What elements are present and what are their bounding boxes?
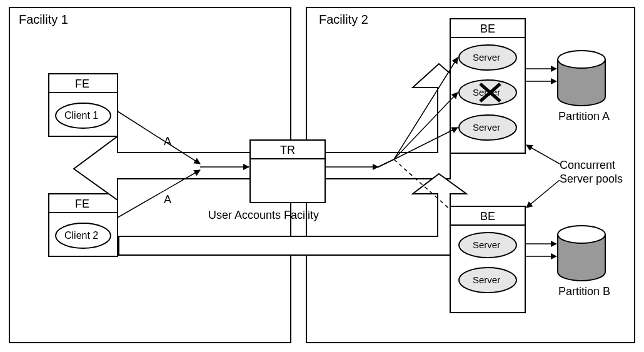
fe2-box: FE Client 2 — [49, 194, 118, 256]
concurrent-line1: Concurrent — [560, 159, 615, 171]
partition-a-cylinder: Partition A — [558, 51, 610, 123]
tr-title: TR — [280, 144, 295, 156]
arrow-concurrent-down — [526, 180, 560, 208]
partition-b-cylinder: Partition B — [558, 226, 610, 298]
svg-text:Concurrent
      Server pools: Concurrent Server pools — [560, 159, 623, 185]
be1-server3-label: Server — [473, 122, 500, 133]
be2-server2-label: Server — [473, 274, 500, 285]
arrow-concurrent-up — [526, 145, 560, 164]
fe1-box: FE Client 1 — [49, 74, 118, 136]
be2-server1-label: Server — [473, 239, 500, 250]
facility2-title: Facility 2 — [319, 13, 368, 26]
svg-point-18 — [558, 51, 605, 68]
be1-server1-label: Server — [473, 52, 500, 63]
be1-title: BE — [480, 23, 495, 35]
be2-box: BE Server Server — [450, 206, 525, 313]
partition-a-label: Partition A — [558, 110, 610, 123]
edge-a2-label: A — [164, 193, 171, 206]
partition-b-label: Partition B — [558, 285, 610, 298]
fe1-title: FE — [75, 78, 89, 90]
fe1-client-label: Client 1 — [64, 110, 98, 121]
concurrent-line2: Server pools — [560, 173, 623, 185]
svg-point-23 — [558, 226, 605, 243]
fe2-title: FE — [75, 198, 89, 210]
fe2-client-label: Client 2 — [64, 230, 98, 241]
tr-subtitle: User Accounts Facility — [208, 209, 319, 221]
be2-title: BE — [480, 210, 495, 223]
edge-a1-label: A — [164, 135, 171, 148]
concurrent-label-group: Concurrent Server pools — [526, 145, 623, 208]
be1-box: BE Server Server Server — [450, 19, 525, 153]
facility1-title: Facility 1 — [19, 13, 68, 26]
